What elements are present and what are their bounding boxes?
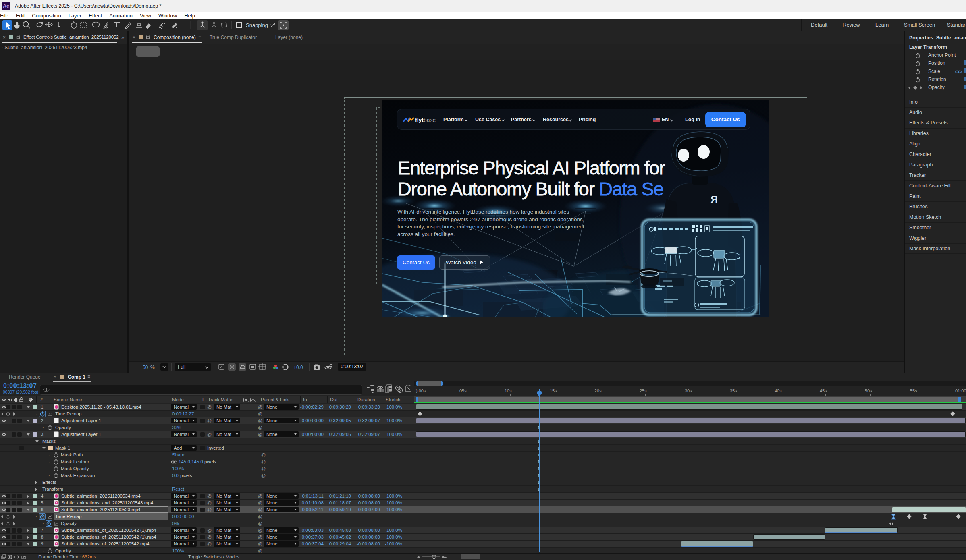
svg-text:Snapping: Snapping: [246, 22, 268, 28]
